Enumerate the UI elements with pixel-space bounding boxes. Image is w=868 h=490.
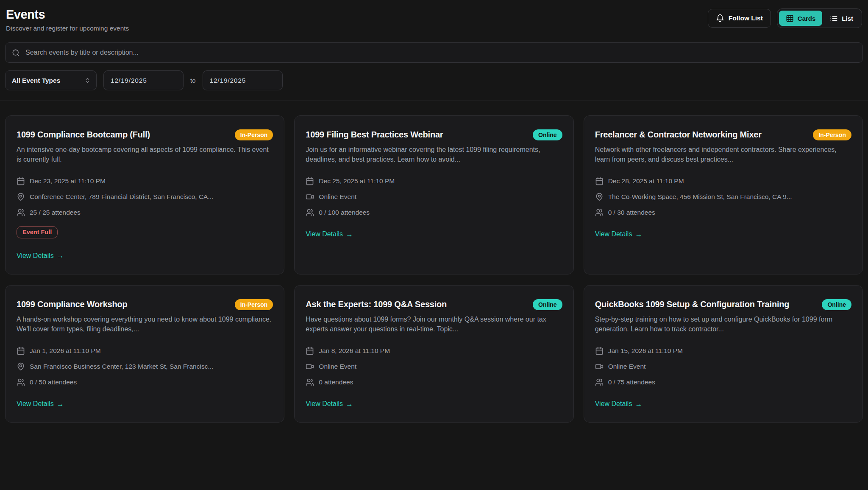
- view-toggle-cards-label: Cards: [798, 15, 816, 22]
- event-attendees: 0 / 100 attendees: [319, 209, 370, 216]
- event-attendees-row: 0 attendees: [306, 378, 562, 386]
- event-type-badge: Online: [533, 129, 562, 140]
- view-toggle-list[interactable]: List: [823, 11, 860, 26]
- event-date: Jan 15, 2026 at 11:10 PM: [608, 347, 683, 355]
- event-full-badge: Event Full: [17, 226, 58, 238]
- grid-icon: [786, 14, 794, 22]
- event-description: A hands-on workshop covering everything …: [17, 314, 273, 334]
- users-icon: [306, 208, 314, 217]
- event-venue: Online Event: [608, 363, 851, 370]
- event-description: Have questions about 1099 forms? Join ou…: [306, 314, 562, 334]
- view-details-link[interactable]: View Details →: [17, 252, 64, 260]
- view-details-label: View Details: [306, 400, 343, 408]
- view-toggle-cards[interactable]: Cards: [779, 11, 823, 26]
- date-to-input[interactable]: 12/19/2025: [203, 70, 283, 90]
- event-meta: Dec 25, 2025 at 11:10 PM Online Event 0 …: [306, 177, 562, 217]
- event-venue: Online Event: [319, 193, 562, 201]
- event-meta: Dec 23, 2025 at 11:10 PM Conference Cent…: [17, 177, 273, 217]
- event-card: Ask the Experts: 1099 Q&A Session Online…: [294, 285, 573, 423]
- calendar-icon: [306, 347, 314, 355]
- follow-list-label: Follow List: [729, 14, 763, 22]
- event-card: QuickBooks 1099 Setup & Configuration Tr…: [584, 285, 863, 423]
- event-venue-row: Conference Center, 789 Financial Distric…: [17, 193, 273, 201]
- users-icon: [306, 378, 314, 386]
- event-card: 1099 Compliance Bootcamp (Full) In-Perso…: [5, 115, 284, 274]
- users-icon: [595, 208, 604, 217]
- view-details-link[interactable]: View Details →: [306, 230, 353, 238]
- view-details-label: View Details: [17, 252, 54, 260]
- date-to-value: 12/19/2025: [210, 77, 246, 84]
- bell-icon: [716, 14, 724, 22]
- users-icon: [595, 378, 604, 386]
- date-range-to-label: to: [190, 77, 196, 84]
- video-icon: [595, 362, 604, 371]
- view-details-link[interactable]: View Details →: [595, 230, 643, 238]
- event-attendees-row: 0 / 100 attendees: [306, 208, 562, 217]
- map-pin-icon: [17, 193, 25, 201]
- list-icon: [830, 14, 838, 22]
- view-details-label: View Details: [17, 400, 54, 408]
- event-date-row: Dec 28, 2025 at 11:10 PM: [595, 177, 851, 185]
- arrow-right-icon: →: [346, 231, 353, 238]
- arrow-right-icon: →: [346, 400, 353, 408]
- view-details-link[interactable]: View Details →: [17, 400, 64, 408]
- event-description: Step-by-step training on how to set up a…: [595, 314, 851, 334]
- view-details-link[interactable]: View Details →: [595, 400, 643, 408]
- follow-list-button[interactable]: Follow List: [708, 9, 771, 28]
- section-divider: [0, 101, 868, 101]
- view-toggle: Cards List: [777, 8, 862, 28]
- event-attendees: 0 attendees: [319, 378, 353, 386]
- event-type-badge: In-Person: [235, 299, 273, 310]
- event-attendees-row: 25 / 25 attendees: [17, 208, 273, 217]
- event-date-row: Jan 15, 2026 at 11:10 PM: [595, 347, 851, 355]
- filter-bar: All Event Types 12/19/2025 to 12/19/2025: [5, 70, 863, 90]
- event-card-header: Freelancer & Contractor Networking Mixer…: [595, 129, 851, 140]
- event-attendees-row: 0 / 30 attendees: [595, 208, 851, 217]
- event-date: Dec 28, 2025 at 11:10 PM: [608, 177, 684, 185]
- search-input[interactable]: [25, 48, 856, 57]
- calendar-icon: [17, 347, 25, 355]
- event-card-header: Ask the Experts: 1099 Q&A Session Online: [306, 298, 562, 310]
- event-type-badge: In-Person: [813, 129, 851, 140]
- map-pin-icon: [595, 193, 604, 201]
- calendar-icon: [595, 347, 604, 355]
- view-details-link[interactable]: View Details →: [306, 400, 353, 408]
- users-icon: [17, 378, 25, 386]
- event-type-badge: Online: [822, 299, 851, 310]
- event-attendees: 0 / 75 attendees: [608, 378, 655, 386]
- event-description: Network with other freelancers and indep…: [595, 145, 851, 164]
- event-venue-row: Online Event: [306, 362, 562, 371]
- page-subtitle: Discover and register for upcoming event…: [6, 25, 129, 32]
- event-date: Jan 8, 2026 at 11:10 PM: [319, 347, 390, 355]
- event-attendees: 0 / 50 attendees: [30, 378, 77, 386]
- view-details-label: View Details: [306, 230, 343, 238]
- event-type-select[interactable]: All Event Types: [5, 70, 97, 90]
- search-bar: [5, 42, 863, 63]
- page-title: Events: [6, 8, 129, 22]
- event-description: Join us for an informative webinar cover…: [306, 145, 562, 164]
- date-from-value: 12/19/2025: [111, 77, 147, 84]
- users-icon: [17, 208, 25, 217]
- event-title: QuickBooks 1099 Setup & Configuration Tr…: [595, 298, 790, 310]
- event-meta: Jan 1, 2026 at 11:10 PM San Francisco Bu…: [17, 347, 273, 386]
- arrow-right-icon: →: [635, 231, 642, 238]
- calendar-icon: [17, 177, 25, 185]
- event-attendees-row: 0 / 75 attendees: [595, 378, 851, 386]
- event-venue-row: The Co-Working Space, 456 Mission St, Sa…: [595, 193, 851, 201]
- events-grid: 1099 Compliance Bootcamp (Full) In-Perso…: [5, 115, 863, 429]
- date-from-input[interactable]: 12/19/2025: [103, 70, 184, 90]
- event-meta: Jan 15, 2026 at 11:10 PM Online Event 0 …: [595, 347, 851, 386]
- view-details-label: View Details: [595, 400, 632, 408]
- event-date-row: Dec 23, 2025 at 11:10 PM: [17, 177, 273, 185]
- event-date: Dec 23, 2025 at 11:10 PM: [30, 177, 106, 185]
- event-venue: Online Event: [319, 363, 562, 370]
- event-card-header: QuickBooks 1099 Setup & Configuration Tr…: [595, 298, 851, 310]
- view-toggle-list-label: List: [842, 15, 853, 22]
- event-type-badge: In-Person: [235, 129, 273, 140]
- event-title: Ask the Experts: 1099 Q&A Session: [306, 298, 447, 310]
- event-title: Freelancer & Contractor Networking Mixer: [595, 129, 762, 140]
- event-date: Dec 25, 2025 at 11:10 PM: [319, 177, 395, 185]
- event-description: An intensive one-day bootcamp covering a…: [17, 145, 273, 164]
- event-card-header: 1099 Filing Best Practices Webinar Onlin…: [306, 129, 562, 140]
- arrow-right-icon: →: [57, 400, 64, 408]
